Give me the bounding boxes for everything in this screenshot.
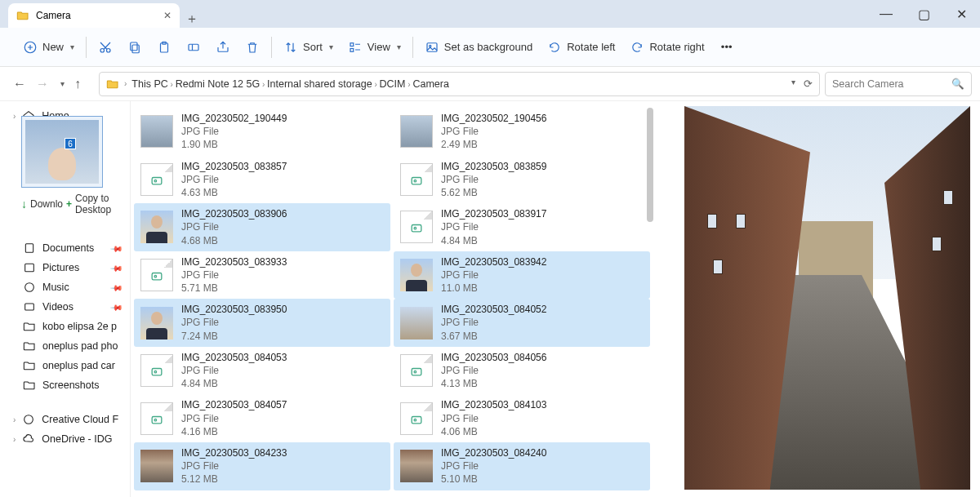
refresh-button[interactable]: ⟳ xyxy=(804,78,813,90)
folder-icon xyxy=(23,359,36,372)
file-type: JPG File xyxy=(441,364,546,377)
preview-pane xyxy=(653,101,980,497)
file-item[interactable]: IMG_20230502_190456 JPG File 2.49 MB xyxy=(394,108,650,156)
file-item[interactable]: IMG_20230503_083933 JPG File 5.71 MB xyxy=(134,251,390,300)
file-item[interactable]: IMG_20230503_083857 JPG File 4.63 MB xyxy=(134,156,390,204)
file-name: IMG_20230502_190456 xyxy=(441,112,546,125)
file-name: IMG_20230503_084057 xyxy=(181,398,287,411)
rotate-right-button[interactable]: Rotate right xyxy=(630,40,704,55)
back-button[interactable]: ← xyxy=(13,77,26,91)
sidebar-item[interactable]: oneplus pad car xyxy=(0,356,130,375)
file-item[interactable]: IMG_20230503_084056 JPG File 4.13 MB xyxy=(394,347,650,395)
share-icon[interactable] xyxy=(216,40,230,55)
breadcrumb-segment[interactable]: This PC xyxy=(131,78,167,90)
window-controls: — ▢ ✕ xyxy=(867,0,980,28)
file-type: JPG File xyxy=(441,220,546,233)
breadcrumb-segment[interactable]: Camera xyxy=(412,78,448,90)
sidebar-item[interactable]: kobo elipsa 2e p xyxy=(0,317,130,336)
plus-icon: + xyxy=(66,198,72,210)
new-button[interactable]: New ▾ xyxy=(23,40,74,55)
sidebar-item[interactable]: ›Creative Cloud F xyxy=(0,410,130,429)
sort-button[interactable]: Sort▾ xyxy=(283,40,333,55)
file-item[interactable]: IMG_20230503_084233 JPG File 5.12 MB xyxy=(134,442,390,490)
file-item[interactable]: IMG_20230503_084053 JPG File 4.84 MB xyxy=(134,347,390,395)
copy-icon[interactable] xyxy=(127,40,142,55)
file-item[interactable]: IMG_20230503_083917 JPG File 4.84 MB xyxy=(394,203,650,251)
tab-camera[interactable]: Camera ✕ xyxy=(8,3,180,28)
scrollbar[interactable] xyxy=(647,108,653,222)
sidebar-item-label: OneDrive - IDG xyxy=(42,433,112,445)
file-item[interactable]: IMG_20230503_084057 JPG File 4.16 MB xyxy=(134,394,390,442)
pin-icon: 📌 xyxy=(110,261,123,274)
file-name: IMG_20230502_190449 xyxy=(181,112,287,125)
close-window-button[interactable]: ✕ xyxy=(942,0,980,28)
file-item[interactable]: IMG_20230503_084052 JPG File 3.67 MB xyxy=(394,299,650,347)
file-item[interactable]: IMG_20230503_083859 JPG File 5.62 MB xyxy=(394,156,650,204)
file-size: 5.10 MB xyxy=(441,473,546,486)
tab-title: Camera xyxy=(36,10,71,21)
sidebar-item[interactable]: Screenshots xyxy=(0,375,130,395)
picture-icon xyxy=(425,40,439,55)
sidebar-item-label: Pictures xyxy=(42,262,79,273)
cut-icon[interactable] xyxy=(98,40,113,55)
close-tab-icon[interactable]: ✕ xyxy=(163,10,172,21)
address-dropdown-button[interactable]: ▾ xyxy=(791,78,795,90)
breadcrumb-segment[interactable]: DCIM xyxy=(380,78,406,90)
sort-icon xyxy=(283,40,298,55)
search-input[interactable]: Search Camera 🔍 xyxy=(825,72,972,96)
nav-row: ← → ▾ ↑ › This PC › Redmi Note 12 5G › I… xyxy=(0,67,980,101)
file-item[interactable]: IMG_20230503_083906 JPG File 4.68 MB xyxy=(134,203,390,251)
folder-icon xyxy=(23,320,36,333)
folder-icon xyxy=(16,9,29,22)
view-icon xyxy=(348,40,363,55)
delete-icon[interactable] xyxy=(245,40,260,55)
minimize-button[interactable]: — xyxy=(867,0,905,28)
up-button[interactable]: ↑ xyxy=(74,77,81,91)
sidebar-item[interactable]: Music📌 xyxy=(0,277,130,297)
sidebar-item[interactable]: Videos📌 xyxy=(0,297,130,317)
sidebar-item[interactable]: ›OneDrive - IDG xyxy=(0,429,130,449)
chevron-right-icon: › xyxy=(372,80,380,89)
file-item[interactable]: IMG_20230503_083950 JPG File 7.24 MB xyxy=(134,299,390,347)
svg-point-2 xyxy=(107,48,111,52)
more-button[interactable]: ••• xyxy=(719,40,734,55)
breadcrumb-segment[interactable]: Redmi Note 12 5G xyxy=(176,78,261,90)
chevron-down-icon: ▾ xyxy=(329,42,333,51)
file-name: IMG_20230503_083942 xyxy=(441,255,546,268)
file-name: IMG_20230503_084052 xyxy=(441,303,546,316)
set-background-button[interactable]: Set as background xyxy=(425,40,532,55)
new-tab-button[interactable]: ＋ xyxy=(180,11,204,28)
drag-preview: 6 xyxy=(21,116,103,188)
file-name: IMG_20230503_083857 xyxy=(181,160,287,173)
chevron-right-icon: › xyxy=(13,112,16,121)
file-name: IMG_20230503_084056 xyxy=(441,351,546,364)
music-icon xyxy=(23,281,36,294)
sidebar-item[interactable]: Documents📌 xyxy=(0,238,130,258)
documents-icon xyxy=(23,242,36,255)
paste-icon[interactable] xyxy=(157,40,172,55)
rotate-left-icon xyxy=(547,40,562,55)
file-size: 1.90 MB xyxy=(181,138,287,151)
file-size: 4.13 MB xyxy=(441,377,546,390)
sidebar-item[interactable]: oneplus pad pho xyxy=(0,336,130,356)
rotate-left-button[interactable]: Rotate left xyxy=(547,40,615,55)
maximize-button[interactable]: ▢ xyxy=(905,0,942,28)
file-item[interactable]: IMG_20230502_190449 JPG File 1.90 MB xyxy=(134,108,390,156)
sidebar-item[interactable]: Pictures📌 xyxy=(0,258,130,277)
file-item[interactable]: IMG_20230503_084103 JPG File 4.06 MB xyxy=(394,394,650,442)
file-name: IMG_20230503_084240 xyxy=(441,446,546,459)
file-list[interactable]: IMG_20230502_190449 JPG File 1.90 MB IMG… xyxy=(131,101,653,497)
recent-button[interactable]: ▾ xyxy=(60,79,65,88)
file-item[interactable]: IMG_20230503_083942 JPG File 11.0 MB xyxy=(394,251,650,300)
plus-circle-icon xyxy=(23,40,38,55)
forward-button[interactable]: → xyxy=(36,77,49,91)
address-bar[interactable]: › This PC › Redmi Note 12 5G › Internal … xyxy=(99,72,820,96)
file-item[interactable]: IMG_20230503_084240 JPG File 5.10 MB xyxy=(394,442,650,490)
file-type: JPG File xyxy=(181,412,287,425)
svg-point-1 xyxy=(100,48,105,52)
file-name: IMG_20230503_083933 xyxy=(181,255,287,268)
view-button[interactable]: View▾ xyxy=(348,40,401,55)
breadcrumb-segment[interactable]: Internal shared storage xyxy=(267,78,372,90)
chevron-right-icon: › xyxy=(168,80,176,89)
rename-icon[interactable] xyxy=(186,40,201,55)
